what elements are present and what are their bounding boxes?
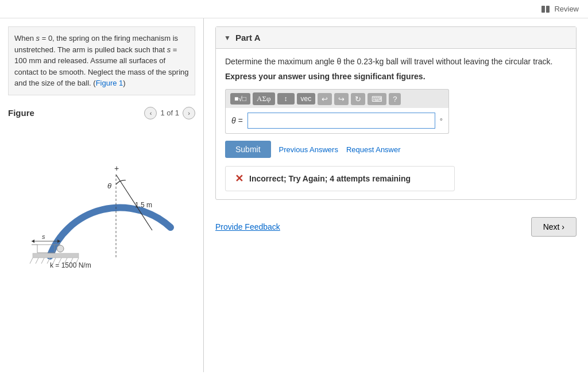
svg-text:θ: θ xyxy=(107,181,111,190)
part-section: ▼ Part A Determine the maximum angle θ t… xyxy=(215,26,577,200)
svg-text:1.5 m: 1.5 m xyxy=(135,201,152,209)
prev-answers-link[interactable]: Previous Answers xyxy=(279,145,338,154)
top-bar: Review xyxy=(0,0,588,18)
arrow-button[interactable]: ↕ xyxy=(277,93,295,105)
next-figure-button[interactable]: › xyxy=(183,107,195,119)
error-box: ✕ Incorrect; Try Again; 4 attempts remai… xyxy=(225,166,455,191)
reset-button[interactable]: ↻ xyxy=(351,93,365,105)
svg-text:k = 1500 N/m: k = 1500 N/m xyxy=(50,261,91,268)
bottom-row: Provide Feedback Next › xyxy=(215,217,577,242)
right-panel: ▼ Part A Determine the maximum angle θ t… xyxy=(204,18,588,372)
vec-button[interactable]: vec xyxy=(297,93,316,105)
svg-rect-4 xyxy=(33,253,79,258)
next-label: Next › xyxy=(543,222,564,231)
svg-marker-19 xyxy=(32,239,34,243)
request-answer-link[interactable]: Request Answer xyxy=(346,145,401,154)
review-icon xyxy=(541,6,550,13)
error-message: Incorrect; Try Again; 4 attempts remaini… xyxy=(249,174,411,183)
collapse-arrow[interactable]: ▼ xyxy=(224,34,231,42)
figure-label: Figure xyxy=(8,108,34,118)
figure-nav-text: 1 of 1 xyxy=(160,109,179,117)
figure-section: Figure ‹ 1 of 1 › + xyxy=(8,107,195,268)
svg-line-5 xyxy=(30,258,33,264)
figure-canvas: + θ 1.5 m xyxy=(8,124,195,268)
svg-point-21 xyxy=(57,245,64,252)
greek-button[interactable]: ΑΣφ xyxy=(253,92,274,105)
svg-text:s: s xyxy=(42,233,45,240)
answer-label: θ = xyxy=(231,116,243,125)
figure-header: Figure ‹ 1 of 1 › xyxy=(8,107,195,119)
figure-nav: ‹ 1 of 1 › xyxy=(144,107,195,119)
review-label: Review xyxy=(554,5,579,13)
problem-text-content: When s = 0, the spring on the firing mec… xyxy=(14,34,189,87)
error-icon: ✕ xyxy=(235,172,243,185)
problem-statement: When s = 0, the spring on the firing mec… xyxy=(8,26,195,95)
action-row: Submit Previous Answers Request Answer xyxy=(225,141,567,158)
part-title: Part A xyxy=(235,33,261,42)
part-content: Determine the maximum angle θ the 0.23-k… xyxy=(216,49,576,199)
help-button[interactable]: ? xyxy=(389,93,401,105)
part-header: ▼ Part A xyxy=(216,27,576,49)
svg-line-7 xyxy=(41,258,44,264)
question-text: Determine the maximum angle θ the 0.23-k… xyxy=(225,57,567,66)
main-layout: When s = 0, the spring on the firing mec… xyxy=(0,18,588,372)
figure-svg: + θ 1.5 m xyxy=(21,124,182,268)
degree-symbol: ° xyxy=(440,117,443,125)
provide-feedback-link[interactable]: Provide Feedback xyxy=(215,222,280,231)
next-button[interactable]: Next › xyxy=(531,217,577,237)
keyboard-button[interactable]: ⌨ xyxy=(368,93,386,105)
svg-line-6 xyxy=(36,258,38,264)
redo-button[interactable]: ↪ xyxy=(334,93,349,105)
answer-toolbar: ■√□ ΑΣφ ↕ vec ↩ ↪ ↻ ⌨ ? xyxy=(225,89,449,108)
undo-button[interactable]: ↩ xyxy=(318,93,332,105)
review-link[interactable]: Review xyxy=(541,5,579,13)
prev-figure-button[interactable]: ‹ xyxy=(144,107,157,119)
answer-row: θ = ° xyxy=(225,108,449,134)
svg-text:+: + xyxy=(114,164,119,173)
sqrt-button[interactable]: ■√□ xyxy=(230,93,250,105)
submit-button[interactable]: Submit xyxy=(225,141,271,158)
figure-link[interactable]: Figure 1 xyxy=(96,79,123,87)
left-panel: When s = 0, the spring on the firing mec… xyxy=(0,18,204,372)
answer-input[interactable] xyxy=(247,113,435,129)
express-text: Express your answer using three signific… xyxy=(225,72,567,81)
